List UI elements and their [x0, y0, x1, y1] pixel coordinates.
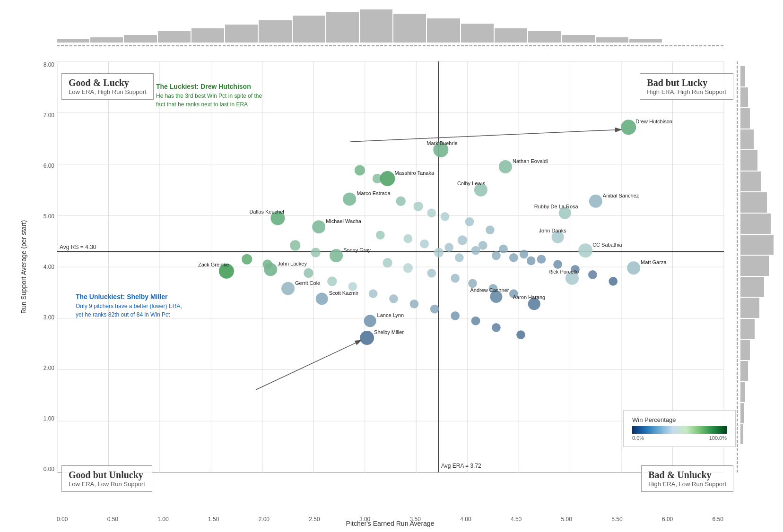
pitcher-label: Drew Hutchison	[635, 119, 672, 124]
hist-bar-top	[158, 31, 191, 43]
y-tick-value: 6.00	[35, 163, 54, 169]
pitcher-label: Shelby Miller	[374, 329, 404, 335]
hist-bar-top	[225, 25, 258, 43]
hist-bar-right	[740, 340, 750, 360]
data-point-labeled[interactable]	[343, 192, 356, 206]
hist-bar-right	[740, 66, 745, 86]
data-point-unlabeled	[553, 260, 562, 269]
y-tick-value: 3.00	[35, 314, 54, 321]
data-point-labeled[interactable]	[330, 249, 343, 262]
hist-bar-top	[259, 20, 291, 43]
y-tick-value: 7.00	[35, 112, 54, 119]
data-point-labeled[interactable]	[364, 315, 376, 327]
data-point-unlabeled	[420, 240, 429, 249]
pitcher-label: Rubby De La Rosa	[534, 204, 579, 209]
data-point-unlabeled	[311, 248, 320, 257]
data-point-unlabeled	[396, 197, 405, 206]
data-point-labeled[interactable]	[621, 120, 636, 135]
pitcher-label: Mark Buehrle	[426, 140, 457, 146]
pitcher-label: Michael Wacha	[326, 218, 362, 224]
data-point-unlabeled	[444, 243, 453, 252]
data-point-unlabeled	[468, 279, 477, 288]
y-tick-value: 1.00	[35, 415, 54, 422]
pitcher-label: Rick Porcello	[548, 269, 579, 275]
data-point-unlabeled	[465, 217, 474, 226]
data-point-unlabeled	[389, 294, 398, 303]
data-point-unlabeled	[492, 251, 501, 260]
pitcher-label: Nathan Eovaldi	[513, 158, 548, 164]
data-point-unlabeled	[410, 300, 419, 309]
data-point-unlabeled	[455, 253, 464, 262]
data-point-labeled[interactable]	[499, 160, 512, 173]
pitcher-label: Anibal Sanchez	[603, 193, 639, 198]
y-tick-value: 0.00	[35, 466, 54, 472]
data-point-labeled[interactable]	[578, 243, 592, 257]
data-point-labeled[interactable]	[316, 292, 328, 305]
data-point-unlabeled	[383, 258, 392, 267]
hist-bar-right	[740, 403, 744, 423]
data-point-unlabeled	[588, 270, 597, 279]
pitcher-label: CC Sabathia	[592, 242, 622, 248]
pitcher-label: Gerrit Cole	[295, 280, 320, 286]
svg-line-29	[256, 340, 361, 390]
data-point-unlabeled	[369, 289, 378, 298]
top-dash-line	[57, 45, 723, 46]
hist-bar-right	[740, 172, 761, 192]
x-axis-label: Pitcher's Earned Run Average	[57, 520, 723, 527]
data-point-unlabeled	[451, 274, 460, 283]
svg-text:Avg RS = 4.30: Avg RS = 4.30	[60, 244, 96, 250]
hist-bar-right	[740, 319, 755, 339]
pitcher-label: Colby Lewis	[457, 180, 486, 186]
legend-gradient-bar	[632, 426, 727, 434]
data-point-unlabeled	[427, 208, 436, 217]
right-dash-line	[737, 61, 738, 472]
data-point-unlabeled	[430, 305, 439, 314]
legend: Win Percentage 0.0% 100.0%	[623, 410, 736, 447]
data-point-labeled[interactable]	[264, 263, 277, 276]
data-point-labeled[interactable]	[589, 195, 602, 208]
hist-bar-top	[495, 28, 527, 43]
data-point-unlabeled	[451, 311, 460, 320]
hist-bar-top	[562, 35, 594, 43]
data-point-labeled[interactable]	[360, 331, 374, 345]
data-point-unlabeled	[304, 268, 313, 278]
hist-bar-top	[90, 37, 123, 43]
hist-bar-top	[393, 14, 426, 43]
data-point-unlabeled	[404, 234, 413, 243]
pitcher-label: Andrew Cashner	[470, 287, 509, 293]
data-point-labeled[interactable]	[627, 261, 640, 275]
data-point-unlabeled	[441, 212, 450, 221]
pitcher-label: Aaron Harang	[513, 294, 546, 300]
data-point-labeled[interactable]	[312, 220, 325, 233]
data-point-unlabeled	[403, 263, 413, 273]
data-point-unlabeled	[471, 246, 480, 255]
hist-bar-top	[461, 24, 494, 43]
data-point-labeled[interactable]	[281, 282, 295, 295]
pitcher-label: Masahiro Tanaka	[394, 170, 434, 176]
hist-bar-right	[740, 214, 771, 234]
hist-bar-top	[427, 18, 460, 43]
pitcher-label: Lance Lynn	[377, 312, 404, 318]
y-tick-value: 5.00	[35, 213, 54, 220]
data-point-unlabeled	[516, 330, 525, 339]
data-point-unlabeled	[413, 201, 423, 211]
hist-bar-top	[360, 9, 392, 43]
data-point-unlabeled	[537, 255, 546, 264]
hist-bar-top	[528, 31, 561, 43]
hist-bar-top	[124, 35, 157, 43]
hist-bar-right	[740, 382, 745, 402]
data-point-unlabeled	[458, 235, 467, 245]
y-tick-value: 4.00	[35, 264, 54, 270]
pitcher-label: Sonny Gray	[343, 247, 371, 253]
data-point-unlabeled	[486, 225, 495, 234]
top-histogram	[57, 5, 662, 43]
data-point-labeled[interactable]	[380, 171, 395, 186]
hist-bar-top	[629, 39, 662, 43]
pitcher-label: Marco Estrada	[357, 190, 391, 196]
y-tick-labels: 8.007.006.005.004.003.002.001.000.00	[35, 61, 54, 472]
pitcher-label: Matt Garza	[641, 259, 667, 265]
data-point-unlabeled	[609, 277, 618, 286]
hist-bar-right	[740, 150, 757, 171]
y-tick-value: 2.00	[35, 365, 54, 371]
y-tick-value: 8.00	[35, 61, 54, 68]
